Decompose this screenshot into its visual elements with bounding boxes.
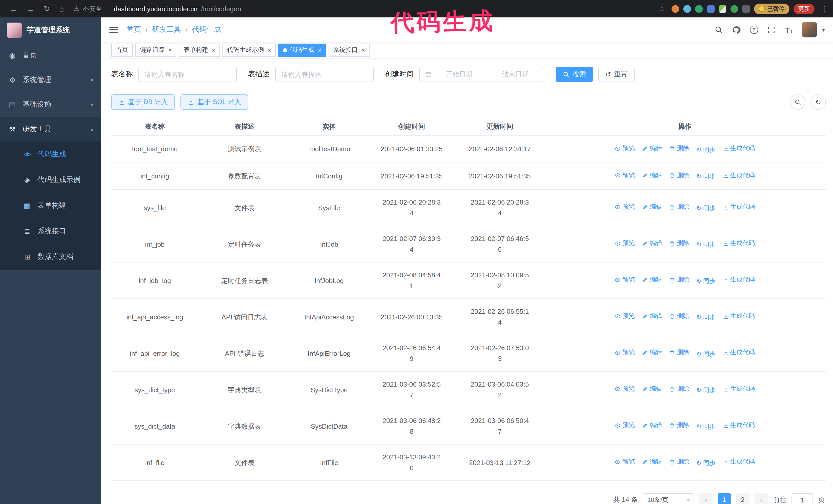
sync-link[interactable]: ↻同步 (696, 144, 715, 155)
generate-link[interactable]: 生成代码 (722, 238, 755, 249)
sidebar-item-home[interactable]: ◉首页 (0, 43, 101, 68)
github-icon[interactable] (732, 25, 741, 34)
hamburger-icon[interactable] (109, 27, 118, 33)
breadcrumb-devtools[interactable]: 研发工具 (152, 25, 181, 34)
tab-tracing[interactable]: 链路追踪× (135, 43, 176, 57)
edit-link[interactable]: 编辑 (642, 170, 662, 181)
tab-home[interactable]: 首页 (111, 43, 133, 57)
avatar-caret-icon[interactable]: ▾ (822, 27, 825, 32)
preview-link[interactable]: 预览 (615, 170, 635, 181)
back-icon[interactable]: ← (10, 4, 18, 13)
help-icon[interactable]: ? (749, 25, 759, 34)
extension-icon[interactable] (695, 5, 703, 13)
sync-link[interactable]: ↻同步 (696, 312, 715, 323)
close-icon[interactable]: × (318, 46, 322, 54)
extension-icon[interactable] (671, 5, 679, 13)
edit-link[interactable]: 编辑 (642, 274, 662, 285)
next-page-button[interactable]: › (755, 493, 768, 504)
generate-link[interactable]: 生成代码 (722, 202, 755, 213)
delete-link[interactable]: 删除 (669, 311, 689, 322)
edit-link[interactable]: 编辑 (642, 311, 662, 322)
fullscreen-icon[interactable] (767, 25, 776, 34)
generate-link[interactable]: 生成代码 (722, 347, 755, 358)
generate-link[interactable]: 生成代码 (722, 311, 755, 322)
search-toggle-button[interactable] (790, 94, 805, 110)
preview-link[interactable]: 预览 (615, 274, 635, 285)
sidebar-item-system-api[interactable]: ≣系统接口 (0, 218, 101, 244)
date-range-picker[interactable]: 开始日期 - 结束日期 (419, 67, 543, 82)
sidebar-item-system[interactable]: ⚙系统管理▾ (0, 68, 101, 92)
sync-link[interactable]: ↻同步 (696, 385, 715, 396)
generate-link[interactable]: 生成代码 (722, 457, 755, 467)
sidebar-item-infrastructure[interactable]: ▤基础设施▾ (0, 92, 101, 117)
extension-icon[interactable] (718, 5, 726, 13)
sync-link[interactable]: ↻同步 (696, 422, 715, 432)
font-size-icon[interactable]: TT (784, 25, 793, 34)
tab-codegen[interactable]: 代码生成× (278, 43, 326, 57)
puzzle-extension-icon[interactable] (742, 5, 750, 13)
sidebar-item-codegen-example[interactable]: ◈代码生成示例 (0, 167, 101, 193)
edit-link[interactable]: 编辑 (642, 457, 662, 467)
delete-link[interactable]: 删除 (669, 202, 689, 213)
edit-link[interactable]: 编辑 (642, 347, 662, 358)
reload-icon[interactable]: ↻ (44, 4, 50, 13)
generate-link[interactable]: 生成代码 (722, 420, 755, 431)
preview-link[interactable]: 预览 (615, 202, 635, 213)
forward-icon[interactable]: → (27, 4, 34, 13)
delete-link[interactable]: 删除 (669, 143, 689, 154)
delete-link[interactable]: 删除 (669, 457, 689, 467)
generate-link[interactable]: 生成代码 (722, 143, 755, 154)
address-bar[interactable]: ⚠ 不安全 dashboard.yudao.iocoder.cn/tool/co… (74, 4, 665, 13)
sync-link[interactable]: ↻同步 (696, 458, 715, 469)
edit-link[interactable]: 编辑 (642, 202, 662, 213)
table-desc-input[interactable] (275, 67, 374, 82)
delete-link[interactable]: 删除 (669, 170, 689, 181)
user-avatar[interactable] (802, 22, 817, 38)
preview-link[interactable]: 预览 (615, 347, 635, 358)
update-button[interactable]: 更新 (793, 3, 814, 14)
sync-link[interactable]: ↻同步 (696, 276, 715, 287)
sync-link[interactable]: ↻同步 (696, 171, 715, 182)
import-sql-button[interactable]: 基于 SQL 导入 (181, 94, 248, 110)
search-button[interactable]: 搜索 (556, 67, 593, 82)
search-icon[interactable] (715, 25, 724, 34)
generate-link[interactable]: 生成代码 (722, 274, 755, 285)
delete-link[interactable]: 删除 (669, 347, 689, 358)
delete-link[interactable]: 删除 (669, 420, 689, 431)
page-size-select[interactable]: 10条/页 ▾ (643, 493, 694, 504)
goto-page-input[interactable] (791, 493, 813, 504)
sidebar-item-codegen[interactable]: </>代码生成 (0, 142, 101, 167)
bookmark-star-icon[interactable]: ☆ (659, 5, 665, 13)
edit-link[interactable]: 编辑 (642, 143, 662, 154)
refresh-button[interactable]: ↻ (810, 94, 826, 110)
tab-form-builder[interactable]: 表单构建× (179, 43, 220, 57)
generate-link[interactable]: 生成代码 (722, 384, 755, 394)
sidebar-item-db-doc[interactable]: ⊞数据库文档 (0, 244, 101, 270)
generate-link[interactable]: 生成代码 (722, 170, 755, 181)
app-logo[interactable]: 芋道管理系统 (0, 18, 101, 43)
tab-codegen-example[interactable]: 代码生成示例× (222, 43, 276, 57)
delete-link[interactable]: 删除 (669, 384, 689, 394)
close-icon[interactable]: × (168, 46, 172, 54)
close-icon[interactable]: × (268, 46, 271, 54)
import-db-button[interactable]: 基于 DB 导入 (111, 94, 175, 110)
delete-link[interactable]: 删除 (669, 238, 689, 249)
tab-system-api[interactable]: 系统接口× (329, 43, 370, 57)
extension-icon[interactable] (707, 5, 714, 13)
paused-badge[interactable]: 已暂停 (754, 3, 789, 14)
reset-button[interactable]: ↺ 重置 (598, 67, 635, 82)
sync-link[interactable]: ↻同步 (696, 239, 715, 250)
sync-link[interactable]: ↻同步 (696, 349, 715, 359)
table-name-input[interactable] (138, 67, 237, 82)
close-icon[interactable]: × (361, 46, 365, 54)
browser-menu-icon[interactable]: ⋮ (821, 5, 828, 13)
preview-link[interactable]: 预览 (615, 238, 635, 249)
edit-link[interactable]: 编辑 (642, 384, 662, 394)
edit-link[interactable]: 编辑 (642, 238, 662, 249)
breadcrumb-home[interactable]: 首页 (127, 25, 141, 34)
preview-link[interactable]: 预览 (615, 143, 635, 154)
delete-link[interactable]: 删除 (669, 274, 689, 285)
sync-link[interactable]: ↻同步 (696, 203, 715, 214)
close-icon[interactable]: × (212, 46, 215, 54)
home-icon[interactable]: ⌂ (59, 4, 64, 13)
